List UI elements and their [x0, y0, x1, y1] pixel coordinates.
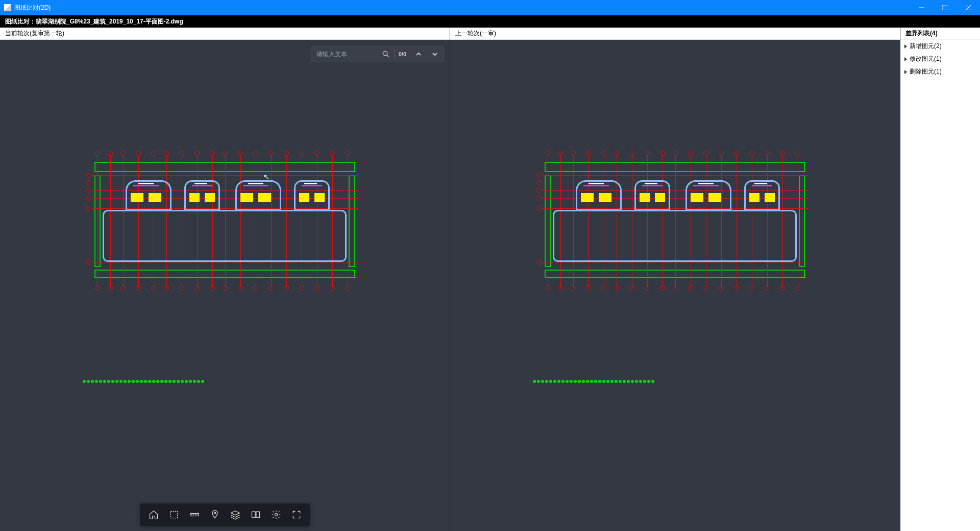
- left-pane-header: 当前轮次(复审第一轮): [0, 28, 450, 40]
- chevron-right-icon: [904, 44, 907, 49]
- pin-button[interactable]: [205, 504, 225, 525]
- svg-rect-15: [256, 512, 259, 518]
- settings-button[interactable]: [266, 504, 286, 525]
- layers-button[interactable]: [225, 504, 246, 525]
- tree-item-label: 新增图元(2): [910, 42, 942, 51]
- tree-item-added[interactable]: 新增图元(2): [900, 40, 980, 53]
- right-canvas[interactable]: [450, 40, 900, 531]
- right-pane-header: 上一轮次(一审): [450, 28, 900, 40]
- maximize-button[interactable]: [933, 0, 957, 15]
- window-title: 图纸比对(2D): [14, 4, 51, 12]
- cad-drawing-left: ↖: [82, 144, 368, 328]
- right-pane: 上一轮次(一审): [450, 28, 900, 531]
- app-icon: [4, 4, 11, 11]
- window-controls: [910, 0, 980, 15]
- diff-sidebar-header: 差异列表(4): [900, 28, 980, 40]
- svg-marker-13: [231, 511, 239, 515]
- legend-block: [82, 379, 368, 425]
- search-icon[interactable]: [378, 46, 394, 62]
- svg-rect-7: [190, 514, 199, 516]
- svg-point-4: [383, 51, 387, 55]
- tree-item-label: 删除图元(1): [910, 67, 942, 76]
- left-pane: 当前轮次(复审第一轮) 0/0: [0, 28, 450, 531]
- compare-button[interactable]: [246, 504, 266, 525]
- svg-rect-1: [942, 5, 947, 10]
- tree-item-label: 修改图元(1): [910, 55, 942, 63]
- home-button[interactable]: [143, 504, 164, 525]
- viewer-toolbar: [140, 503, 310, 526]
- left-canvas[interactable]: 0/0: [0, 40, 450, 531]
- svg-rect-6: [170, 511, 177, 518]
- legend-block: [532, 379, 818, 425]
- svg-line-5: [387, 55, 389, 57]
- search-next-button[interactable]: [427, 46, 443, 62]
- tree-item-modified[interactable]: 修改图元(1): [900, 53, 980, 65]
- cursor-icon: ↖: [263, 173, 270, 181]
- fullscreen-button[interactable]: [286, 504, 307, 525]
- region-select-button[interactable]: [164, 504, 184, 525]
- measure-button[interactable]: [184, 504, 205, 525]
- document-header: 图纸比对：翡翠湖别院_G8%23_建筑_2019_10_17-平面图-2.dwg: [0, 15, 980, 28]
- svg-rect-14: [252, 512, 255, 518]
- document-title: 图纸比对：翡翠湖别院_G8%23_建筑_2019_10_17-平面图-2.dwg: [5, 17, 183, 26]
- chevron-right-icon: [904, 57, 907, 61]
- minimize-button[interactable]: [910, 0, 933, 15]
- cad-drawing-right: [532, 144, 818, 328]
- svg-point-12: [214, 512, 215, 514]
- titlebar: 图纸比对(2D): [0, 0, 980, 15]
- tree-item-deleted[interactable]: 删除图元(1): [900, 65, 980, 78]
- search-prev-button[interactable]: [410, 46, 427, 62]
- content-area: 当前轮次(复审第一轮) 0/0: [0, 28, 980, 531]
- close-button[interactable]: [957, 0, 980, 15]
- diff-sidebar: 差异列表(4) 新增图元(2) 修改图元(1) 删除图元(1): [900, 28, 980, 531]
- chevron-right-icon: [904, 70, 907, 74]
- search-bar: 0/0: [311, 46, 444, 62]
- search-input[interactable]: [311, 51, 378, 58]
- search-count: 0/0: [395, 51, 410, 57]
- svg-point-16: [275, 514, 277, 516]
